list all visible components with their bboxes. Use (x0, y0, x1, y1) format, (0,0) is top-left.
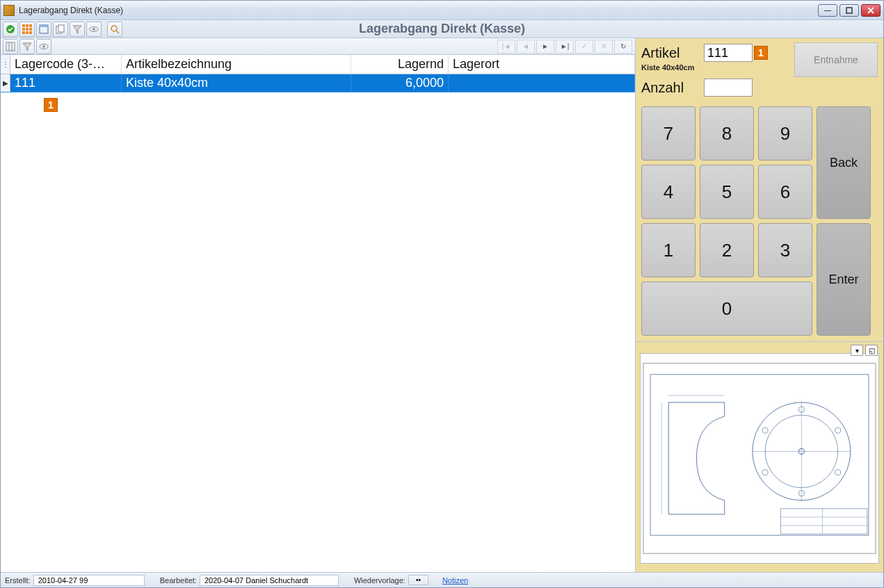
svg-rect-13 (643, 364, 876, 554)
main-toolbar: Lagerabgang Direkt (Kasse) (1, 20, 883, 38)
window-title: Lagerabgang Direkt (Kasse) (19, 6, 818, 15)
svg-rect-10 (6, 42, 15, 51)
nav-cancel-button[interactable]: ✕ (595, 40, 613, 54)
grid-corner[interactable]: ⋮ (1, 55, 10, 74)
minimize-button[interactable]: — (818, 4, 837, 17)
svg-rect-6 (58, 25, 64, 32)
cell-desc[interactable]: Kiste 40x40cm (122, 74, 351, 92)
table-row[interactable]: ▶ 111 Kiste 40x40cm 6,0000 (1, 74, 635, 92)
grid-orange-icon[interactable] (19, 22, 35, 37)
resubmission-label: Wiedervorlage: (354, 576, 405, 585)
eye-icon[interactable] (36, 39, 51, 54)
key-back[interactable]: Back (817, 106, 871, 219)
nav-refresh-button[interactable]: ↻ (614, 40, 632, 54)
col-header-loc[interactable]: Lagerort (449, 55, 635, 74)
drawing-preview[interactable] (640, 353, 879, 564)
grid-header: ⋮ Lagercode (3-… Artikelbezeichnung Lage… (1, 55, 635, 74)
annotation-badge: 1 (754, 46, 768, 60)
created-value: 2010-04-27 99 (33, 575, 145, 586)
anzahl-label: Anzahl (641, 80, 704, 96)
cell-loc[interactable] (449, 74, 635, 92)
edited-label: Bearbeitet: (160, 576, 197, 585)
layout-icon[interactable] (36, 22, 51, 37)
copy-icon[interactable] (53, 22, 68, 37)
nav-prev-button[interactable]: ◄ (517, 40, 535, 54)
svg-point-12 (42, 45, 45, 48)
resubmission-button[interactable]: •• (408, 575, 428, 585)
find-icon[interactable] (107, 22, 122, 37)
maximize-button[interactable] (839, 4, 859, 17)
preview-popout-icon[interactable]: ◱ (865, 345, 878, 356)
key-4[interactable]: 4 (641, 165, 696, 219)
key-9[interactable]: 9 (758, 106, 812, 161)
svg-rect-0 (846, 8, 852, 13)
grid-pane: |◄ ◄ ► ►| ✓ ✕ ↻ ⋮ Lagercode (3-… Artikel… (1, 38, 636, 572)
nav-last-button[interactable]: ►| (556, 40, 574, 54)
app-icon (3, 5, 15, 16)
nav-next-button[interactable]: ► (536, 40, 554, 54)
key-enter[interactable]: Enter (817, 223, 871, 336)
key-8[interactable]: 8 (700, 106, 754, 161)
cell-qty[interactable]: 6,0000 (351, 74, 449, 92)
eye-icon[interactable] (86, 22, 102, 37)
status-bar: Erstellt: 2010-04-27 99 Bearbeitet: 2020… (1, 572, 883, 587)
input-pane: Artikel 1 Entnahme Kiste 40x40cm Anzahl … (636, 38, 883, 572)
svg-rect-4 (40, 25, 48, 27)
numeric-keypad: 7 8 9 Back 4 5 6 1 2 3 Enter 0 (641, 106, 878, 336)
nav-accept-button[interactable]: ✓ (575, 40, 593, 54)
columns-icon[interactable] (3, 39, 18, 54)
title-bar: Lagerabgang Direkt (Kasse) — (1, 1, 883, 20)
cell-code[interactable]: 111 (10, 74, 122, 92)
created-label: Erstellt: (5, 576, 31, 585)
withdraw-button[interactable]: Entnahme (794, 42, 878, 77)
col-header-code[interactable]: Lagercode (3-… (10, 55, 122, 74)
close-button[interactable] (861, 4, 881, 17)
nav-first-button[interactable]: |◄ (497, 40, 515, 54)
artikel-label: Artikel (641, 45, 704, 61)
ok-icon[interactable] (3, 22, 18, 37)
anzahl-input[interactable] (704, 79, 753, 97)
key-0[interactable]: 0 (641, 281, 812, 336)
key-6[interactable]: 6 (758, 165, 812, 219)
toolbar-title: Lagerabgang Direkt (Kasse) (1, 22, 883, 36)
svg-rect-2 (22, 24, 32, 34)
artikel-input[interactable] (704, 44, 753, 62)
key-1[interactable]: 1 (641, 223, 696, 277)
svg-point-9 (111, 26, 117, 31)
row-indicator-icon: ▶ (1, 74, 10, 92)
annotation-badge: 1 (44, 98, 58, 112)
col-header-qty[interactable]: Lagernd (351, 55, 449, 74)
grid-toolbar: |◄ ◄ ► ►| ✓ ✕ ↻ (1, 38, 635, 55)
key-7[interactable]: 7 (641, 106, 696, 161)
key-3[interactable]: 3 (758, 223, 812, 277)
preview-dropdown-icon[interactable]: ▾ (851, 345, 863, 356)
key-2[interactable]: 2 (700, 223, 754, 277)
col-header-desc[interactable]: Artikelbezeichnung (122, 55, 351, 74)
filter-icon[interactable] (70, 22, 85, 37)
preview-pane: ▾ ◱ (636, 342, 883, 572)
key-5[interactable]: 5 (700, 165, 754, 219)
svg-point-8 (93, 28, 95, 31)
filter-icon[interactable] (19, 39, 35, 54)
edited-value: 2020-04-07 Daniel Schuchardt (200, 575, 339, 586)
notes-link[interactable]: Notizen (442, 576, 468, 585)
